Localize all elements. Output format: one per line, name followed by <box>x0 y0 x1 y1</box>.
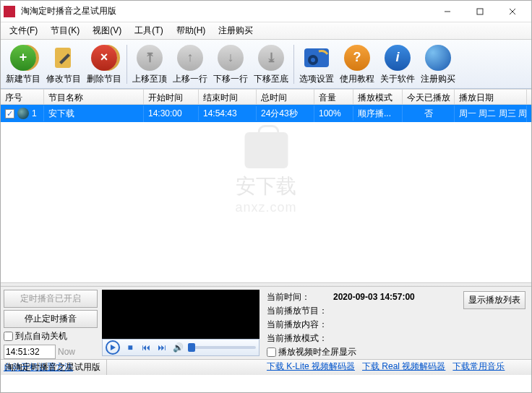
info-panel: 显示播放列表 当前时间：2020-09-03 14:57:00 当前播放节目： … <box>264 290 528 356</box>
titlebar: 淘淘定时播音之星试用版 <box>1 1 531 22</box>
klite-link[interactable]: 下载 K-Lite 视频解码器 <box>267 360 355 373</box>
show-playlist-button[interactable]: 显示播放列表 <box>463 291 525 309</box>
plus-icon: + <box>9 43 38 72</box>
row-checkbox[interactable]: ✓ <box>5 109 14 118</box>
cell-mode: 顺序播... <box>353 105 403 122</box>
col-name[interactable]: 节目名称 <box>44 90 144 104</box>
arrow-bottom-icon: ⤓ <box>257 43 286 72</box>
gear-icon <box>302 43 331 72</box>
cur-content-label: 当前播放内容： <box>267 319 330 331</box>
window-title: 淘淘定时播音之星试用版 <box>21 5 431 17</box>
maximize-button[interactable] <box>463 1 496 22</box>
cell-start: 14:30:00 <box>144 106 199 121</box>
svg-rect-4 <box>55 48 71 68</box>
col-start[interactable]: 开始时间 <box>144 90 199 104</box>
auto-shutdown-label: 到点自动关机 <box>15 330 67 342</box>
register-button[interactable]: 注册购买 <box>419 42 458 87</box>
auto-shutdown-checkbox[interactable] <box>4 332 13 341</box>
volume-icon[interactable]: 🔊 <box>172 342 184 353</box>
col-end[interactable]: 结束时间 <box>199 90 257 104</box>
cell-end: 14:54:43 <box>199 106 257 121</box>
svg-rect-1 <box>477 9 483 14</box>
move-bottom-button[interactable]: ⤓ 下移至底 <box>252 42 291 87</box>
cell-today: 否 <box>403 105 455 122</box>
menu-file[interactable]: 文件(F) <box>4 22 43 39</box>
close-button[interactable] <box>496 1 528 22</box>
col-today[interactable]: 今天已播放 <box>403 90 455 104</box>
stop-icon[interactable]: ■ <box>124 342 136 353</box>
new-program-button[interactable]: + 新建节目 <box>4 42 43 87</box>
tutorial-button[interactable]: ? 使用教程 <box>338 42 377 87</box>
x-icon: × <box>90 43 119 72</box>
prev-icon[interactable]: ⏮ <box>140 342 152 353</box>
cell-date: 周一 周二 周三 周... <box>455 105 527 122</box>
minimize-button[interactable] <box>431 1 463 22</box>
timer-controls: 定时播音已开启 停止定时播音 到点自动关机 Now 自动开机设置方法 <box>4 290 98 356</box>
progress-slider[interactable] <box>188 346 256 349</box>
move-down-button[interactable]: ↓ 下移一行 <box>211 42 250 87</box>
timer-on-button[interactable]: 定时播音已开启 <box>4 290 98 308</box>
app-icon <box>4 6 15 17</box>
cell-vol: 100% <box>314 106 353 121</box>
cur-program-label: 当前播放节目： <box>267 305 330 317</box>
cur-time-value: 2020-09-03 14:57:00 <box>333 292 415 302</box>
fullscreen-checkbox[interactable] <box>267 347 276 357</box>
svg-marker-8 <box>111 345 116 350</box>
cell-total: 24分43秒 <box>257 105 314 122</box>
disc-icon <box>17 108 29 119</box>
menu-help[interactable]: 帮助(H) <box>171 22 212 39</box>
menu-tools[interactable]: 工具(T) <box>129 22 168 39</box>
pencil-icon <box>49 43 78 72</box>
svg-point-7 <box>311 58 315 62</box>
move-up-button[interactable]: ↑ 上移一行 <box>171 42 210 87</box>
video-panel: ■ ⏮ ⏭ 🔊 <box>102 290 259 356</box>
stop-timer-button[interactable]: 停止定时播音 <box>4 310 98 328</box>
col-total[interactable]: 总时间 <box>257 90 314 104</box>
table-header: 序号 节目名称 开始时间 结束时间 总时间 音量 播放模式 今天已播放 播放日期 <box>1 89 531 105</box>
program-table: 序号 节目名称 开始时间 结束时间 总时间 音量 播放模式 今天已播放 播放日期… <box>1 89 531 282</box>
menu-register[interactable]: 注册购买 <box>213 22 259 39</box>
separator <box>126 45 127 84</box>
arrow-down-icon: ↓ <box>216 43 245 72</box>
table-row[interactable]: ✓ 1 安下载 14:30:00 14:54:43 24分43秒 100% 顺序… <box>1 105 531 122</box>
info-icon: i <box>383 43 412 72</box>
col-date[interactable]: 播放日期 <box>455 90 527 104</box>
menu-program[interactable]: 节目(K) <box>45 22 85 39</box>
time-input[interactable] <box>4 345 56 359</box>
arrow-top-icon: ⤒ <box>135 43 164 72</box>
bottom-panel: 定时播音已开启 停止定时播音 到点自动关机 Now 自动开机设置方法 ■ ⏮ ⏭… <box>1 287 531 359</box>
fullscreen-label: 播放视频时全屏显示 <box>278 346 356 358</box>
separator <box>293 45 294 84</box>
question-icon: ? <box>343 43 372 72</box>
col-mode[interactable]: 播放模式 <box>353 90 403 104</box>
cur-mode-label: 当前播放模式： <box>267 332 330 345</box>
cell-seq: 1 <box>32 108 37 118</box>
next-icon[interactable]: ⏭ <box>156 342 168 353</box>
cur-time-label: 当前时间： <box>267 291 330 303</box>
options-button[interactable]: 选项设置 <box>297 42 336 87</box>
toolbar: + 新建节目 修改节目 × 删除节目 ⤒ 上移至顶 ↑ 上移一行 ↓ 下移一行 … <box>1 40 531 89</box>
arrow-up-icon: ↑ <box>176 43 205 72</box>
menu-view[interactable]: 视图(V) <box>87 22 127 39</box>
play-button[interactable] <box>106 340 120 355</box>
now-label: Now <box>58 347 75 357</box>
menubar: 文件(F) 节目(K) 视图(V) 工具(T) 帮助(H) 注册购买 <box>1 22 531 40</box>
delete-program-button[interactable]: × 删除节目 <box>85 42 124 87</box>
col-vol[interactable]: 音量 <box>314 90 353 104</box>
move-top-button[interactable]: ⤒ 上移至顶 <box>130 42 169 87</box>
music-link[interactable]: 下载常用音乐 <box>452 360 505 373</box>
edit-program-button[interactable]: 修改节目 <box>44 42 83 87</box>
about-button[interactable]: i 关于软件 <box>378 42 417 87</box>
status-text: 淘淘定时播音之星试用版 <box>5 360 107 375</box>
cell-name: 安下载 <box>44 105 144 122</box>
globe-icon <box>424 43 452 72</box>
player-controls: ■ ⏮ ⏭ 🔊 <box>102 339 259 356</box>
col-seq[interactable]: 序号 <box>1 90 44 104</box>
real-link[interactable]: 下载 Real 视频解码器 <box>362 360 445 373</box>
video-display <box>102 290 259 339</box>
watermark: 安下载 anxz.com <box>235 132 296 215</box>
